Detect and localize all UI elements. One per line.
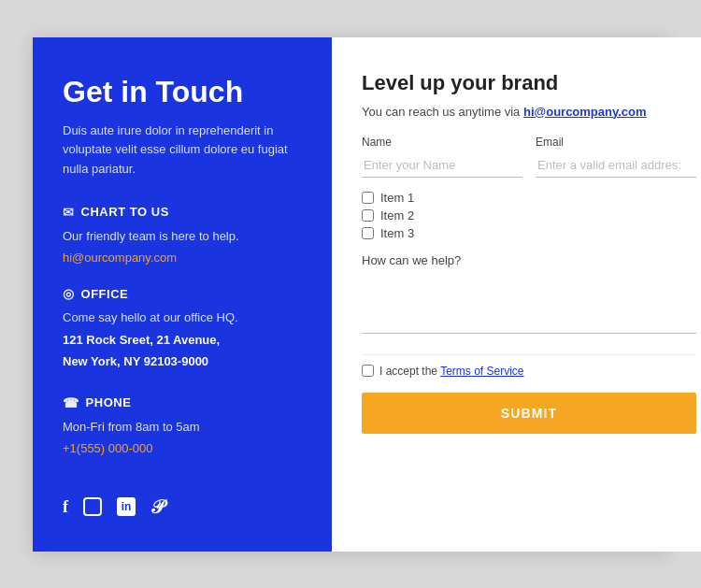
linkedin-icon[interactable]: in (117, 497, 136, 516)
phone-hours: Mon-Fri from 8am to 5am (63, 418, 302, 437)
reach-email-link[interactable]: hi@ourcompany.com (523, 105, 647, 119)
terms-row: I accept the Terms of Service (362, 365, 696, 378)
location-icon: ◎ (63, 286, 75, 301)
office-section: ◎ OFFICE Come say hello at our office HQ… (63, 286, 302, 375)
email-icon: ✉ (63, 205, 75, 220)
facebook-icon[interactable]: f (63, 497, 68, 517)
how-help-label: How can we help? (362, 253, 696, 267)
chart-help-text: Our friendly team is here to help. (63, 227, 302, 246)
phone-number-link[interactable]: +1(555) 000-000 (63, 441, 153, 455)
subtitle: Duis aute irure dolor in reprehenderit i… (63, 122, 302, 178)
office-hq-text: Come say hello at our office HQ. (63, 308, 302, 327)
chart-email-link[interactable]: hi@ourcompany.com (63, 251, 177, 265)
form-title: Level up your brand (362, 71, 696, 95)
terms-link[interactable]: Terms of Service (440, 365, 523, 378)
checkbox-item-2[interactable]: Item 2 (362, 208, 696, 222)
how-help-textarea[interactable] (362, 273, 696, 334)
office-city: New York, NY 92103-9000 (63, 352, 302, 371)
right-panel: Level up your brand You can reach us any… (332, 37, 701, 552)
social-icons: f in 𝒫 (63, 478, 302, 518)
email-input[interactable] (536, 153, 696, 178)
phone-section: ☎ PHONE Mon-Fri from 8am to 5am +1(555) … (63, 395, 302, 457)
checkbox-3[interactable] (362, 227, 374, 239)
checkbox-2[interactable] (362, 209, 374, 222)
chart-to-us-section: ✉ CHART TO US Our friendly team is here … (63, 205, 302, 266)
pinterest-icon[interactable]: 𝒫 (150, 496, 164, 518)
email-label: Email (536, 136, 696, 149)
checkbox-item-1[interactable]: Item 1 (362, 191, 696, 205)
name-input[interactable] (362, 153, 522, 178)
terms-checkbox[interactable] (362, 365, 374, 377)
chart-to-us-title: ✉ CHART TO US (63, 205, 302, 220)
terms-text: I accept the Terms of Service (379, 365, 524, 378)
main-title: Get in Touch (63, 75, 302, 109)
phone-title: ☎ PHONE (63, 395, 302, 410)
checkbox-1[interactable] (362, 192, 374, 204)
email-group: Email (536, 136, 696, 178)
reach-text: You can reach us anytime via hi@ourcompa… (362, 105, 696, 119)
name-email-row: Name Email (362, 136, 696, 178)
name-group: Name (362, 136, 522, 178)
instagram-icon[interactable] (83, 497, 102, 516)
office-title: ◎ OFFICE (63, 286, 302, 301)
contact-card: Get in Touch Duis aute irure dolor in re… (33, 37, 668, 552)
checkbox-item-3[interactable]: Item 3 (362, 226, 696, 240)
checkboxes-group: Item 1 Item 2 Item 3 (362, 191, 696, 240)
left-panel: Get in Touch Duis aute irure dolor in re… (33, 37, 332, 552)
phone-icon: ☎ (63, 395, 79, 410)
name-label: Name (362, 136, 522, 149)
submit-button[interactable]: SUBMIT (362, 393, 696, 434)
office-street: 121 Rock Sreet, 21 Avenue, (63, 331, 302, 350)
divider (362, 354, 696, 355)
